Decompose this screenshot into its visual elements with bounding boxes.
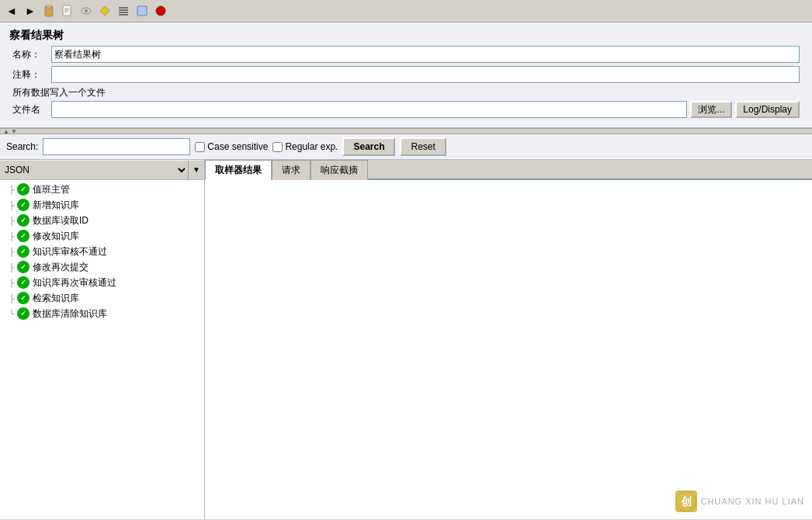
tree-check-icon bbox=[17, 183, 29, 196]
tree-item-label: 值班主管 bbox=[33, 183, 70, 196]
eye-btn[interactable] bbox=[78, 2, 95, 19]
section-label: 所有数据写入一个文件 bbox=[9, 86, 803, 99]
svg-text:创: 创 bbox=[680, 496, 692, 508]
search-bar: Search: Case sensitive Regular exp. Sear… bbox=[0, 134, 812, 160]
case-sensitive-checkbox[interactable] bbox=[195, 142, 205, 152]
panel-header: 察看结果树 名称： 注释： 所有数据写入一个文件 文件名 浏览... Log/D… bbox=[0, 23, 812, 128]
name-row: 名称： bbox=[9, 46, 803, 63]
name-input[interactable] bbox=[51, 46, 800, 63]
tree-item[interactable]: ├值班主管 bbox=[0, 182, 204, 197]
main-container: 察看结果树 名称： 注释： 所有数据写入一个文件 文件名 浏览... Log/D… bbox=[0, 23, 812, 519]
square-btn[interactable] bbox=[134, 2, 151, 19]
file-label: 文件名 bbox=[12, 103, 51, 116]
toolbar: ◄ ► bbox=[0, 0, 812, 23]
svg-rect-2 bbox=[63, 5, 71, 16]
watermark-text: CHUANG XIN HU LIAN bbox=[700, 497, 804, 506]
tree-item-label: 修改知识库 bbox=[33, 230, 79, 243]
svg-marker-8 bbox=[100, 6, 109, 16]
forward-btn[interactable]: ► bbox=[22, 2, 39, 19]
tree-item-label: 数据库清除知识库 bbox=[33, 307, 107, 321]
tree-connector-icon: ├ bbox=[6, 290, 17, 306]
search-button[interactable]: Search bbox=[342, 137, 395, 156]
left-panel: JSON ▼ ├值班主管├新增知识库├数据库读取ID├修改知识库├知识库审核不通… bbox=[0, 160, 205, 519]
case-sensitive-label[interactable]: Case sensitive bbox=[195, 141, 268, 152]
tree-connector-icon: ├ bbox=[6, 228, 17, 244]
comment-row: 注释： bbox=[9, 66, 803, 83]
tree-connector-icon: └ bbox=[6, 306, 17, 321]
json-selector[interactable]: JSON bbox=[0, 161, 189, 179]
tree-item[interactable]: ├修改知识库 bbox=[0, 228, 204, 244]
watermark: 创 CHUANG XIN HU LIAN bbox=[675, 491, 804, 512]
search-input[interactable] bbox=[43, 138, 190, 155]
tree-item[interactable]: ├修改再次提交 bbox=[0, 259, 204, 275]
tree-connector-icon: ├ bbox=[6, 182, 17, 197]
tree-check-icon bbox=[17, 307, 29, 320]
tab-sampler-result[interactable]: 取样器结果 bbox=[205, 160, 272, 180]
tab-request[interactable]: 请求 bbox=[272, 160, 311, 180]
tree-item[interactable]: └数据库清除知识库 bbox=[0, 306, 204, 321]
right-panel: 取样器结果 请求 响应截摘 bbox=[205, 160, 812, 519]
log-display-button[interactable]: Log/Display bbox=[735, 101, 800, 118]
divider-top[interactable]: ▲▼ bbox=[0, 128, 812, 134]
tree-check-icon bbox=[17, 261, 29, 273]
tree-item-label: 新增知识库 bbox=[33, 199, 79, 212]
reset-button[interactable]: Reset bbox=[400, 137, 446, 156]
tab-content bbox=[205, 180, 812, 519]
tree-check-icon bbox=[17, 199, 29, 211]
name-label: 名称： bbox=[12, 48, 51, 61]
list-btn[interactable] bbox=[115, 2, 132, 19]
tree-connector-icon: ├ bbox=[6, 197, 17, 213]
regular-exp-checkbox[interactable] bbox=[272, 142, 283, 152]
tree-item-label: 知识库审核不通过 bbox=[33, 245, 107, 258]
diamond-btn[interactable] bbox=[96, 2, 113, 19]
svg-point-14 bbox=[156, 6, 165, 16]
tree-check-icon bbox=[17, 214, 29, 227]
tree-connector-icon: ├ bbox=[6, 275, 17, 290]
regular-exp-label[interactable]: Regular exp. bbox=[272, 141, 338, 152]
expand-button[interactable]: ▼ bbox=[189, 161, 204, 179]
tree-item[interactable]: ├知识库再次审核通过 bbox=[0, 275, 204, 290]
tree-item[interactable]: ├知识库审核不通过 bbox=[0, 244, 204, 259]
svg-rect-13 bbox=[137, 6, 147, 16]
tabs-bar: 取样器结果 请求 响应截摘 bbox=[205, 160, 812, 180]
tree-check-icon bbox=[17, 276, 29, 289]
tree-item-label: 检索知识库 bbox=[33, 292, 79, 305]
panel-title: 察看结果树 bbox=[9, 29, 803, 43]
svg-rect-1 bbox=[47, 5, 51, 8]
browse-button[interactable]: 浏览... bbox=[690, 101, 732, 118]
file-row: 文件名 浏览... Log/Display bbox=[9, 101, 803, 118]
tree-item-label: 修改再次提交 bbox=[33, 261, 88, 274]
tree-item-label: 知识库再次审核通过 bbox=[33, 276, 116, 289]
search-label: Search: bbox=[6, 141, 38, 152]
tree-connector-icon: ├ bbox=[6, 244, 17, 259]
watermark-logo: 创 bbox=[675, 491, 697, 512]
content-area: JSON ▼ ├值班主管├新增知识库├数据库读取ID├修改知识库├知识库审核不通… bbox=[0, 160, 812, 519]
record-btn[interactable] bbox=[152, 2, 169, 19]
tab-response[interactable]: 响应截摘 bbox=[311, 160, 368, 180]
tree-connector-icon: ├ bbox=[6, 213, 17, 228]
tree-item[interactable]: ├新增知识库 bbox=[0, 197, 204, 213]
tree-item[interactable]: ├检索知识库 bbox=[0, 290, 204, 306]
back-btn[interactable]: ◄ bbox=[3, 2, 20, 19]
tree-check-icon bbox=[17, 292, 29, 304]
file-input[interactable] bbox=[51, 101, 687, 118]
tree-area: ├值班主管├新增知识库├数据库读取ID├修改知识库├知识库审核不通过├修改再次提… bbox=[0, 180, 204, 519]
clipboard-btn[interactable] bbox=[40, 2, 57, 19]
tree-item[interactable]: ├数据库读取ID bbox=[0, 213, 204, 228]
tree-item-label: 数据库读取ID bbox=[33, 214, 88, 227]
tree-connector-icon: ├ bbox=[6, 259, 17, 275]
document-btn[interactable] bbox=[59, 2, 76, 19]
left-panel-header: JSON ▼ bbox=[0, 160, 204, 180]
tree-check-icon bbox=[17, 245, 29, 258]
comment-input[interactable] bbox=[51, 66, 800, 83]
comment-label: 注释： bbox=[12, 68, 51, 81]
tree-check-icon bbox=[17, 230, 29, 242]
svg-point-7 bbox=[85, 9, 88, 12]
